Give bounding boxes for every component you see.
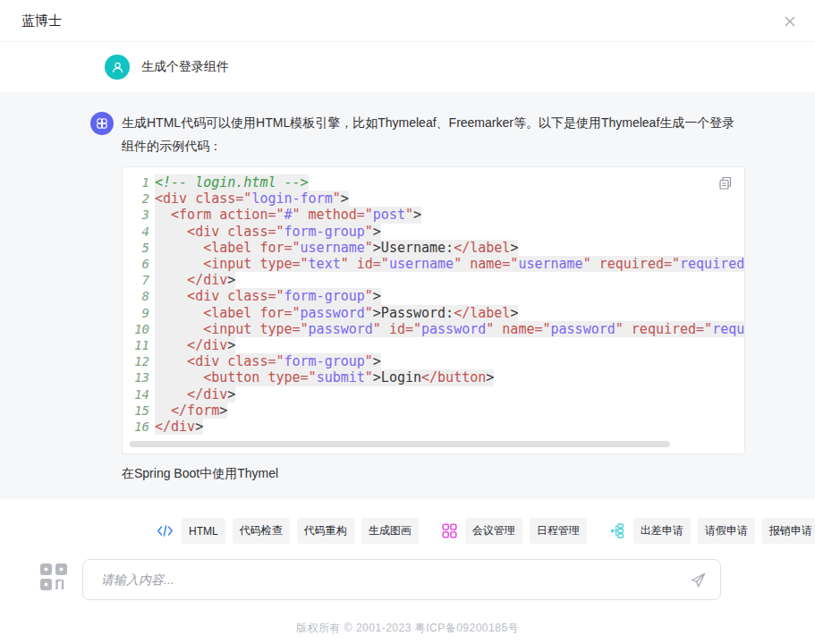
send-icon[interactable]: [689, 572, 707, 593]
quick-action-chip[interactable]: 会议管理: [465, 518, 522, 544]
code-actions-group: HTML代码检查代码重构生成图画: [182, 518, 419, 544]
quick-actions-toolbar: HTML代码检查代码重构生成图画 会议管理日程管理 出差申请请假申请报销申请办公…: [0, 518, 815, 544]
code-line-number: 10: [128, 321, 149, 337]
code-block: 1<!-- login.html -->2<div class="login-f…: [122, 166, 745, 454]
dialog-title: 蓝博士: [21, 13, 62, 30]
composer-row: [0, 559, 815, 600]
copy-icon[interactable]: [717, 175, 733, 194]
assistant-dialog: 蓝博士 生成个登录组件 生成HTML代码可以使用HTML模板引擎，比如Thyme…: [0, 0, 815, 644]
quick-action-chip[interactable]: 日程管理: [530, 518, 587, 544]
code-line: 15 </form>: [128, 402, 744, 419]
code-line: 12 <div class="form-group">: [128, 353, 744, 369]
quick-action-chip[interactable]: 生成图画: [361, 518, 419, 544]
dialog-header: 蓝博士: [0, 0, 815, 42]
assistant-intro-text: 生成HTML代码可以使用HTML模板引擎，比如Thymeleaf、Freemar…: [122, 111, 747, 157]
quick-action-chip[interactable]: 代码检查: [233, 518, 290, 544]
code-line-number: 13: [128, 369, 149, 386]
assistant-message-content: 生成HTML代码可以使用HTML模板引擎，比如Thymeleaf、Freemar…: [122, 111, 747, 482]
code-line-number: 11: [128, 337, 149, 353]
copyright-footer: 版权所有 © 2001-2023 粤ICP备09200185号: [0, 621, 815, 636]
code-line: 2<div class="login-form">: [128, 191, 744, 207]
code-line: 7 </div>: [128, 272, 744, 288]
code-line: 11 </div>: [128, 337, 744, 353]
code-line-number: 6: [128, 256, 149, 272]
code-line-number: 2: [128, 191, 149, 207]
code-line: 9 <label for="password">Password:</label…: [128, 305, 744, 321]
code-line: 10 <input type="password" id="password" …: [128, 321, 744, 337]
quick-action-chip[interactable]: 出差申请: [633, 518, 691, 544]
code-lines: 1<!-- login.html -->2<div class="login-f…: [128, 174, 744, 435]
message-input-box[interactable]: [82, 559, 721, 600]
code-line-number: 8: [128, 288, 149, 304]
message-input[interactable]: [83, 560, 720, 599]
code-line-number: 14: [128, 386, 149, 402]
user-avatar-icon: [105, 55, 130, 80]
code-line-number: 16: [128, 419, 149, 435]
code-horizontal-scrollbar[interactable]: [130, 441, 737, 447]
code-line-number: 1: [128, 174, 149, 191]
request-actions-group: 出差申请请假申请报销申请办公用品申请: [633, 518, 815, 544]
workflow-icon: [610, 523, 625, 538]
schedule-actions-group: 会议管理日程管理: [465, 518, 587, 544]
code-line-number: 7: [128, 272, 149, 288]
code-tools-icon: [157, 523, 174, 538]
assistant-avatar-icon: [90, 112, 114, 135]
close-icon[interactable]: [783, 14, 797, 29]
code-line-number: 15: [128, 402, 149, 419]
quick-action-chip[interactable]: 代码重构: [297, 518, 354, 544]
quick-action-chip[interactable]: HTML: [182, 518, 225, 544]
user-message-text: 生成个登录组件: [141, 59, 229, 75]
scrollbar-thumb[interactable]: [130, 441, 670, 447]
code-line: 1<!-- login.html -->: [128, 174, 744, 191]
code-line-number: 5: [128, 240, 149, 256]
code-line: 4 <div class="form-group">: [128, 224, 744, 240]
apps-icon: [442, 523, 457, 538]
code-line-number: 12: [128, 353, 149, 369]
code-line: 14 </div>: [128, 386, 744, 402]
code-line: 5 <label for="username">Username:</label…: [128, 240, 744, 256]
app-logo-icon: [39, 564, 70, 596]
quick-action-chip[interactable]: 请假申请: [698, 518, 755, 544]
assistant-streaming-text: 在Spring Boot中使用Thymel: [122, 466, 747, 482]
code-line: 13 <button type="submit">Login</button>: [128, 369, 744, 386]
assistant-message-row: 生成HTML代码可以使用HTML模板引擎，比如Thymeleaf、Freemar…: [0, 92, 815, 499]
code-line-number: 3: [128, 207, 149, 223]
code-line-number: 4: [128, 224, 149, 240]
quick-action-chip[interactable]: 报销申请: [762, 518, 815, 544]
code-line-number: 9: [128, 305, 149, 321]
user-message-row: 生成个登录组件: [0, 42, 815, 92]
code-line: 6 <input type="text" id="username" name=…: [128, 256, 744, 272]
code-line: 16</div>: [128, 419, 744, 435]
code-line: 3 <form action="#" method="post">: [128, 207, 744, 223]
code-line: 8 <div class="form-group">: [128, 288, 744, 304]
